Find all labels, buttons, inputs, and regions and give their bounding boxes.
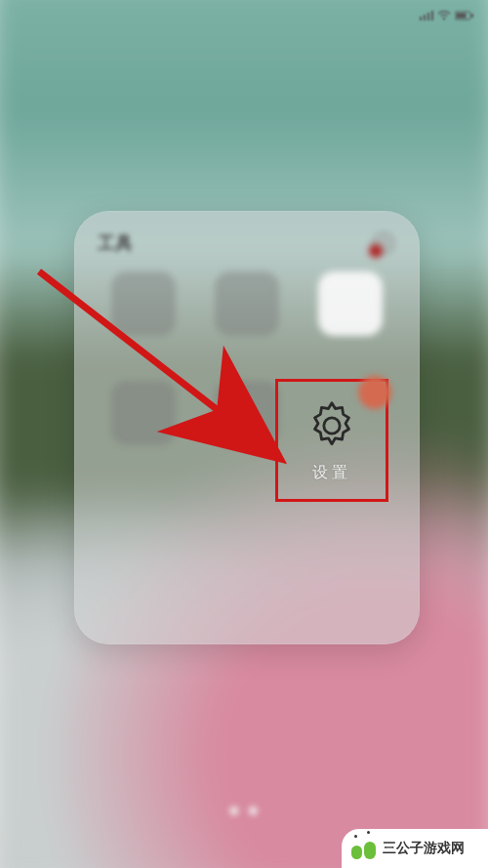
app-1-icon (111, 271, 176, 336)
app-3-icon (318, 271, 383, 336)
app-settings-label: 设置 (312, 463, 351, 483)
folder-title: 工具 (98, 231, 133, 255)
svg-point-8 (324, 417, 340, 433)
watermark-logo-icon (351, 838, 377, 859)
app-4-icon (111, 381, 176, 445)
app-2-icon (215, 271, 279, 336)
app-5-icon (215, 381, 279, 445)
app-4[interactable] (92, 381, 195, 467)
app-3[interactable] (299, 271, 402, 357)
status-bar (0, 0, 488, 31)
svg-rect-7 (471, 14, 473, 18)
folder-header: 工具 (98, 228, 396, 258)
battery-icon (455, 11, 474, 21)
svg-rect-0 (420, 17, 422, 21)
status-right (420, 11, 474, 21)
wifi-icon (437, 11, 451, 21)
svg-rect-6 (457, 14, 467, 19)
watermark: 三公子游戏网 (342, 829, 488, 868)
gear-icon (305, 398, 359, 453)
home-indicator: ● ● (228, 799, 261, 821)
svg-point-4 (443, 18, 446, 21)
highlight-box: 设置 (275, 379, 388, 502)
app-1[interactable] (92, 271, 195, 357)
svg-rect-2 (427, 13, 429, 21)
app-settings[interactable]: 设置 (278, 382, 386, 499)
signal-icon (420, 11, 433, 21)
notification-badge (369, 244, 383, 258)
app-2[interactable] (195, 271, 299, 357)
svg-rect-1 (424, 15, 426, 21)
watermark-text: 三公子游戏网 (383, 840, 465, 857)
svg-rect-3 (431, 11, 433, 21)
